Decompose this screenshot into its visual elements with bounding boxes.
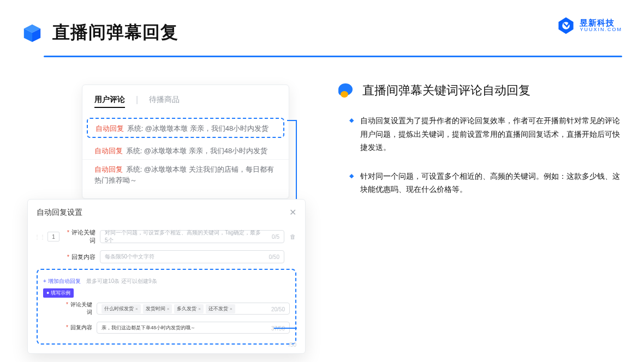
- auto-reply-label: 自动回复: [96, 124, 124, 132]
- keyword-input[interactable]: 对同一个问题，可设置多个相近、高频的关键词，Tag确定，最多5个 0/5: [100, 230, 284, 243]
- connector-line: [287, 120, 297, 121]
- brand-icon: [557, 16, 575, 35]
- tag-chip[interactable]: 发货时间×: [143, 304, 172, 313]
- page-header: 直播间弹幕回复 昱新科技 YUUXIN.COM: [0, 0, 644, 45]
- tab-separator: |: [136, 95, 138, 108]
- drag-handle-icon[interactable]: ⋮⋮: [37, 234, 43, 240]
- comment-row: 自动回复 系统: @冰墩墩本墩 亲亲，我们48小时内发货: [96, 122, 276, 136]
- example-content-label: *回复内容: [63, 324, 92, 331]
- content-field-row: *回复内容 每条限50个中文字符 0/50: [37, 250, 296, 263]
- keyword-field-row: ⋮⋮ 1 *评论关键词 对同一个问题，可设置多个相近、高频的关键词，Tag确定，…: [37, 228, 296, 245]
- section-title: 直播间弹幕关键词评论自动回复: [362, 82, 530, 99]
- close-icon[interactable]: ✕: [289, 207, 296, 218]
- page-title: 直播间弹幕回复: [52, 21, 178, 45]
- example-keyword-label: *评论关键词: [63, 301, 92, 316]
- auto-reply-label: 自动回复: [94, 165, 123, 173]
- brand-logo: 昱新科技 YUUXIN.COM: [557, 16, 622, 35]
- bullet-list: 自动回复设置为了提升作者的评论回复效率，作者可在开播前针对常见的评论用户问题，提…: [338, 114, 622, 196]
- tag-chip[interactable]: 什么时候发货×: [102, 304, 141, 313]
- tag-remove-icon[interactable]: ×: [167, 306, 170, 311]
- example-content-row: *回复内容 亲，我们这边都是下单48小时内发货的哦～ 37/50: [43, 322, 290, 334]
- auto-reply-settings-modal: 自动回复设置 ✕ ⋮⋮ 1 *评论关键词 对同一个问题，可设置多个相近、高频的关…: [27, 199, 306, 354]
- tag-remove-icon[interactable]: ×: [198, 306, 201, 311]
- keyword-label: *评论关键词: [64, 228, 96, 245]
- example-badge: ● 填写示例: [43, 288, 74, 298]
- order-number: 1: [47, 232, 59, 242]
- description-column: 直播间弹幕关键词评论自动回复 自动回复设置为了提升作者的评论回复效率，作者可在开…: [338, 79, 622, 212]
- tag-remove-icon[interactable]: ×: [135, 306, 138, 311]
- tag-chip[interactable]: 多久发货×: [174, 304, 204, 313]
- comment-row: 自动回复 系统: @冰墩墩本墩 关注我们的店铺，每日都有热门推荐呦～: [82, 160, 289, 189]
- settings-title: 自动回复设置: [37, 208, 82, 218]
- example-content-input[interactable]: 亲，我们这边都是下单48小时内发货的哦～ 37/50: [97, 322, 290, 334]
- trash-icon[interactable]: 🗑: [289, 233, 296, 240]
- keyword-counter: 0/5: [272, 231, 279, 244]
- brand-name-en: YUUXIN.COM: [580, 27, 622, 33]
- mockup-area: 用户评论 | 待播商品 自动回复 系统: @冰墩墩本墩 亲亲，我们48小时内发货…: [27, 79, 306, 212]
- tag-chip[interactable]: 还不发货×: [206, 304, 235, 313]
- chat-bubble-icon: [338, 83, 355, 98]
- bullet-item: 针对同一个问题，可设置多个相近的、高频的关键词。例如：这款多少钱、这块能优惠吗、…: [349, 170, 622, 196]
- add-auto-reply-link[interactable]: + 增加自动回复: [43, 278, 81, 284]
- content-input[interactable]: 每条限50个中文字符 0/50: [100, 250, 284, 263]
- ghost-counter: /50: [289, 342, 296, 348]
- example-keyword-counter: 20/50: [271, 303, 285, 316]
- brand-name-cn: 昱新科技: [580, 19, 622, 28]
- comments-tabs: 用户评论 | 待播商品: [82, 95, 289, 114]
- auto-reply-label: 自动回复: [94, 147, 123, 155]
- add-hint: 最多可建10条 还可以创建9条: [86, 278, 157, 284]
- example-keyword-row: *评论关键词 什么时候发货× 发货时间× 多久发货× 还不发货× 20/50: [43, 301, 290, 316]
- example-content-counter: 37/50: [271, 322, 285, 335]
- example-keyword-input[interactable]: 什么时候发货× 发货时间× 多久发货× 还不发货× 20/50: [97, 303, 290, 315]
- cube-icon: [22, 22, 43, 43]
- bullet-item: 自动回复设置为了提升作者的评论回复效率，作者可在开播前针对常见的评论用户问题，提…: [349, 114, 622, 154]
- tab-user-comments[interactable]: 用户评论: [94, 95, 125, 108]
- tag-remove-icon[interactable]: ×: [230, 306, 232, 311]
- content-counter: 0/50: [269, 251, 279, 264]
- example-highlight: + 增加自动回复 最多可建10条 还可以创建9条 ● 填写示例 *评论关键词 什…: [37, 269, 296, 345]
- highlighted-comment: 自动回复 系统: @冰墩墩本墩 亲亲，我们48小时内发货: [87, 118, 284, 138]
- comment-text: 系统: @冰墩墩本墩 亲亲，我们48小时内发货: [126, 147, 268, 155]
- comment-row: 自动回复 系统: @冰墩墩本墩 亲亲，我们48小时内发货: [82, 141, 289, 160]
- tab-pending-products[interactable]: 待播商品: [149, 95, 180, 108]
- connector-line: [274, 328, 297, 329]
- content-label: *回复内容: [64, 253, 96, 261]
- comment-text: 系统: @冰墩墩本墩 亲亲，我们48小时内发货: [127, 124, 269, 132]
- comments-card: 用户评论 | 待播商品 自动回复 系统: @冰墩墩本墩 亲亲，我们48小时内发货…: [82, 85, 289, 199]
